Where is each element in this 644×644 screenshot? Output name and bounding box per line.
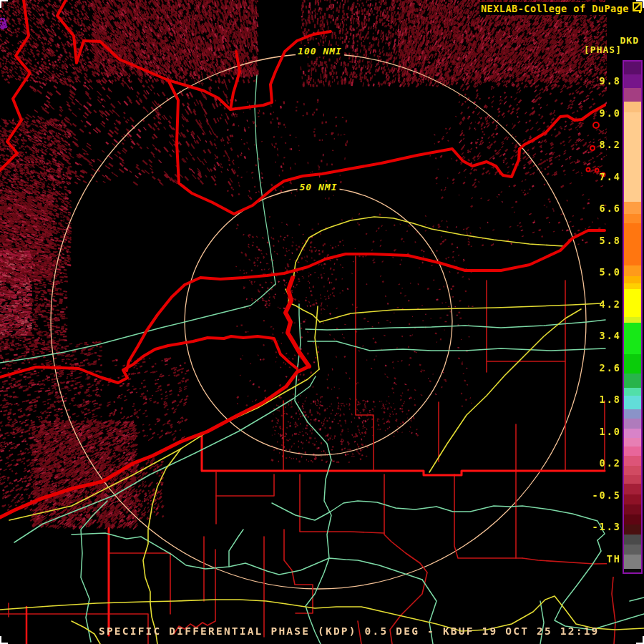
scale-label: 1.8: [571, 394, 621, 405]
scale-label: 6.6: [571, 203, 621, 214]
shoreline-line: [286, 278, 309, 366]
road-yellow-line: [9, 369, 319, 520]
county-line: [384, 474, 427, 644]
shoreline-line: [0, 0, 30, 170]
road-yellow-line: [72, 621, 100, 644]
scale-label: TH: [571, 553, 621, 565]
scale-label: 1.0: [571, 426, 621, 437]
road-green-line: [81, 501, 107, 642]
scale-label: 7.4: [571, 171, 621, 182]
county-line: [174, 550, 215, 634]
scale-label: 9.0: [571, 107, 621, 119]
road-green-line: [229, 530, 243, 567]
corner-mark-top-right: [636, 0, 644, 8]
scale-label: 0.2: [571, 457, 621, 469]
corner-mark-bottom-right: [636, 636, 644, 644]
road-green-line: [14, 376, 316, 542]
county-line: [612, 569, 615, 644]
shoreline-line: [0, 336, 297, 383]
header-title: NEXLAB-College of DuPage: [479, 2, 630, 15]
range-ring-label: 100 NMI: [296, 46, 344, 57]
road-yellow-line: [320, 303, 601, 322]
shoreline-line: [230, 31, 331, 109]
scale-label: 5.0: [571, 266, 621, 278]
road-yellow-line: [293, 217, 564, 279]
corner-mark-bottom-left: [0, 636, 8, 644]
road-green-line: [0, 284, 275, 363]
scale-label: 9.8: [571, 75, 621, 87]
scale-label: 3.4: [571, 330, 621, 341]
road-green-line: [540, 601, 544, 644]
road-green-line: [306, 320, 605, 330]
corner-mark-top-left: [0, 0, 8, 8]
scale-label: -1.3: [571, 521, 621, 532]
county-line: [284, 530, 313, 613]
road-yellow-line: [143, 449, 181, 644]
county-line: [216, 474, 274, 496]
map-overlay-layer: [0, 0, 644, 644]
road-yellow-line: [315, 306, 319, 369]
colorbar-gradient: [624, 62, 641, 572]
colorbar: [623, 60, 643, 574]
scale-label: 8.2: [571, 139, 621, 150]
road-green-line: [308, 341, 605, 351]
road-green-line: [630, 597, 644, 601]
scale-label: 2.6: [571, 362, 621, 374]
county-line: [356, 256, 374, 471]
range-ring-label: 50 NMI: [298, 182, 340, 192]
scale-label: 4.2: [571, 298, 621, 310]
field-units-label: [PHAS]: [584, 44, 622, 55]
field-id-label: DKD: [620, 35, 639, 46]
scale-label: 5.8: [571, 235, 621, 246]
county-line: [109, 553, 170, 614]
road-green-line: [272, 501, 605, 540]
island-outline: [593, 122, 599, 128]
scale-label: -0.5: [571, 489, 621, 501]
road-green-line: [72, 533, 422, 580]
radar-display: NEXLAB-College of DuPage DKD [PHAS] 9.89…: [0, 0, 644, 644]
product-caption: SPECIFIC DIFFERENTIAL PHASE (KDP) 0.5 DE…: [99, 625, 600, 637]
